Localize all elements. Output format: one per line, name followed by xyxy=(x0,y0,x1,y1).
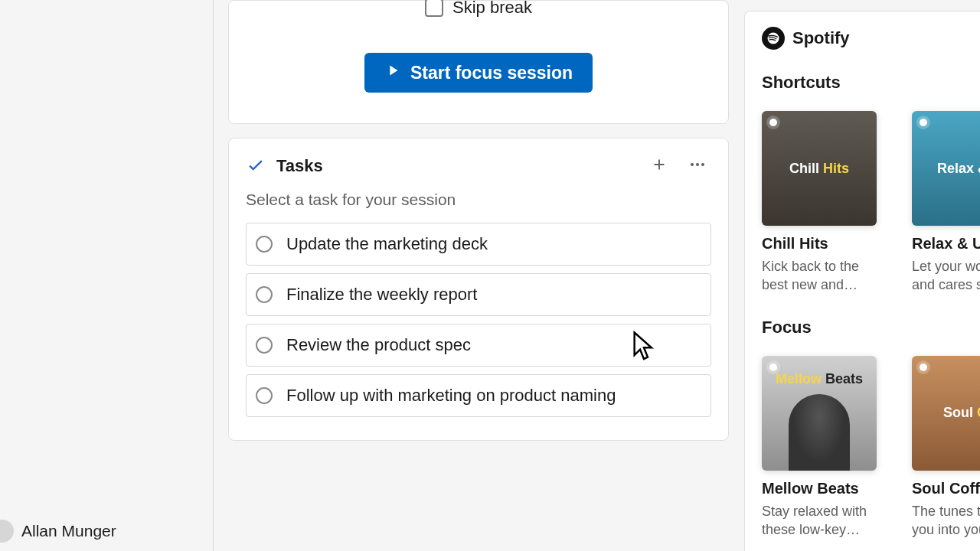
spotify-badge-icon xyxy=(916,360,930,374)
cover-label: Mellow Beats xyxy=(776,371,863,387)
start-button-label: Start focus session xyxy=(410,63,573,83)
add-task-button[interactable] xyxy=(645,152,673,180)
playlist-card[interactable]: Soul Co Soul Coffee The tunes to ease yo… xyxy=(912,356,980,540)
spotify-card: Spotify Shortcuts Chill Hits Chill Hits … xyxy=(744,11,980,551)
skip-break-label: Skip break xyxy=(452,0,532,18)
playlist-desc: Stay relaxed with these low-key beat... xyxy=(762,502,881,540)
cover-label: Chill Hits xyxy=(789,161,849,177)
avatar xyxy=(0,520,14,543)
playlist-title: Soul Coffee xyxy=(912,480,980,497)
tasks-header: Tasks xyxy=(246,152,711,180)
task-item[interactable]: Update the marketing deck xyxy=(246,223,711,266)
playlist-card[interactable]: Relax & U Relax & Unwind Let your worrie… xyxy=(912,111,980,295)
todo-check-icon xyxy=(246,155,266,178)
playlist-card[interactable]: Chill Hits Chill Hits Kick back to the b… xyxy=(762,111,881,295)
task-label: Review the product spec xyxy=(286,335,471,355)
user-name: Allan Munger xyxy=(21,522,116,540)
section-title-shortcuts: Shortcuts xyxy=(762,73,980,93)
playlist-desc: The tunes to ease you into your... xyxy=(912,502,980,540)
playlist-row: Chill Hits Chill Hits Kick back to the b… xyxy=(762,111,980,295)
playlist-cover: Relax & U xyxy=(912,111,980,226)
task-radio[interactable] xyxy=(256,286,273,303)
tasks-more-button[interactable] xyxy=(684,152,711,180)
svg-point-5 xyxy=(769,364,777,371)
playlist-row: Mellow Beats Mellow Beats Stay relaxed w… xyxy=(762,356,980,540)
start-focus-session-button[interactable]: Start focus session xyxy=(364,53,593,93)
spotify-icon xyxy=(762,27,785,50)
svg-point-2 xyxy=(701,163,704,166)
playlist-cover: Soul Co xyxy=(912,356,980,471)
section-title-focus: Focus xyxy=(762,318,980,337)
cover-label: Soul Co xyxy=(943,405,980,421)
skip-break-row: Skip break xyxy=(229,0,728,18)
playlist-cover: Mellow Beats xyxy=(762,356,877,471)
user-row[interactable]: Allan Munger xyxy=(0,511,116,551)
main-column: Skip break Start focus session Tasks xyxy=(213,0,744,551)
spotify-header: Spotify xyxy=(762,27,980,50)
svg-point-3 xyxy=(769,119,777,126)
playlist-title: Chill Hits xyxy=(762,235,881,253)
more-horizontal-icon xyxy=(688,155,707,177)
playlist-title: Relax & Unwind xyxy=(912,235,980,253)
svg-point-0 xyxy=(691,163,694,166)
playlist-desc: Let your worries and cares slip away... xyxy=(912,257,980,295)
spotify-badge-icon xyxy=(766,116,780,129)
task-radio[interactable] xyxy=(256,236,273,253)
focus-card: Skip break Start focus session xyxy=(228,0,729,124)
task-label: Update the marketing deck xyxy=(286,234,488,254)
task-item[interactable]: Review the product spec xyxy=(246,324,711,367)
playlist-cover: Chill Hits xyxy=(762,111,877,226)
svg-point-4 xyxy=(920,119,927,126)
spotify-badge-icon xyxy=(916,116,930,129)
plus-icon xyxy=(651,156,668,176)
svg-point-1 xyxy=(696,163,699,166)
task-item[interactable]: Follow up with marketing on product nami… xyxy=(246,374,711,417)
task-item[interactable]: Finalize the weekly report xyxy=(246,273,711,316)
task-label: Finalize the weekly report xyxy=(286,285,477,305)
task-radio[interactable] xyxy=(256,387,273,404)
tasks-title: Tasks xyxy=(276,156,635,176)
skip-break-checkbox[interactable] xyxy=(425,0,443,17)
playlist-title: Mellow Beats xyxy=(762,480,881,497)
task-radio[interactable] xyxy=(256,337,273,354)
playlist-desc: Kick back to the best new and rece... xyxy=(762,257,881,295)
tasks-subtitle: Select a task for your session xyxy=(246,191,711,209)
task-label: Follow up with marketing on product nami… xyxy=(286,386,616,406)
svg-point-6 xyxy=(920,364,927,371)
play-icon xyxy=(384,62,401,83)
cover-label: Relax & U xyxy=(937,161,980,177)
spotify-panel: Spotify Shortcuts Chill Hits Chill Hits … xyxy=(744,0,980,551)
spotify-brand: Spotify xyxy=(792,28,850,48)
tasks-card: Tasks Select a task for your session Upd… xyxy=(228,138,729,441)
task-list: Update the marketing deck Finalize the w… xyxy=(246,223,711,417)
playlist-card[interactable]: Mellow Beats Mellow Beats Stay relaxed w… xyxy=(762,356,881,540)
